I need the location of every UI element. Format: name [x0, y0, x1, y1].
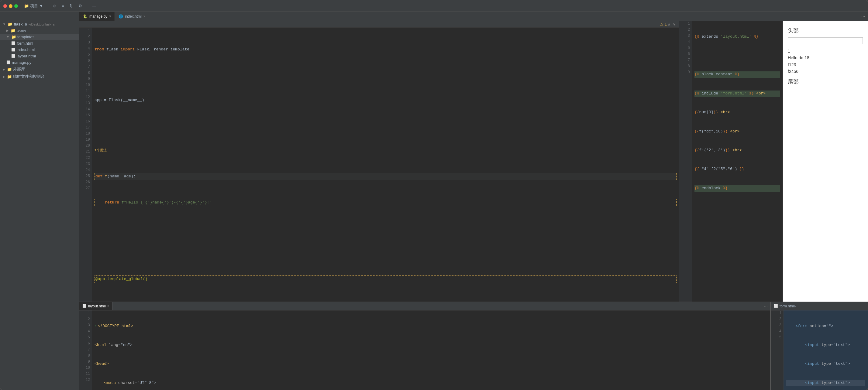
code-line-9: [95, 250, 677, 257]
add-config-button[interactable]: ⊕: [51, 3, 58, 9]
layout-tab-close[interactable]: ×: [107, 304, 109, 308]
sidebar-header-space: [0, 12, 79, 21]
templates-arrow: ▼: [6, 35, 9, 39]
ln6: 6: [81, 58, 90, 64]
ln24: 24: [81, 167, 90, 173]
ln5: 5: [81, 52, 90, 58]
ext-libs-icon: 📁: [7, 67, 12, 72]
code-line-6: def f(name, age):: [95, 173, 677, 181]
tab-manage-py[interactable]: 🐍 manage.py ×: [79, 12, 115, 21]
sidebar-item-index-html[interactable]: ⬜ index.html: [0, 46, 79, 53]
ln22: 22: [81, 155, 90, 161]
ln21: 21: [81, 149, 90, 155]
tab-index-html[interactable]: 🌐 index.html ×: [115, 12, 149, 21]
lln2: 2: [81, 317, 90, 323]
ln1: 1: [81, 28, 90, 34]
sidebar-item-layout-html[interactable]: ⬜ layout.html: [0, 53, 79, 59]
sidebar-item-scratch[interactable]: ▶ 📁 临时文件和控制台: [0, 73, 79, 80]
annotation-1-usage: 1个用法: [95, 148, 107, 153]
form-html-label: form.html: [17, 41, 33, 45]
idx-line-3: {% block content %}: [694, 71, 780, 78]
warning-icon: ⚠: [660, 22, 663, 26]
sidebar-item-manage-py[interactable]: ⬜ manage.py: [0, 59, 79, 66]
fln2: 2: [773, 317, 781, 323]
right-pane: 1 2 3 4 5 6 7 8 9: [679, 21, 868, 302]
preview-line4: f2456: [788, 68, 863, 75]
form-line-3: <input type="text">: [786, 361, 865, 367]
lln3: 3: [81, 323, 90, 329]
index-html-code[interactable]: 1 2 3 4 5 6 7 8 9: [679, 21, 783, 302]
dropdown-arrow: ▼: [39, 4, 43, 8]
sidebar-root[interactable]: ▼ 📁 flask_s ~/Desktop/flask_s: [0, 21, 79, 27]
tab-form-html[interactable]: ⬜ form.html-: [771, 302, 799, 310]
lln9: 9: [81, 359, 90, 365]
ln18: 18: [81, 131, 90, 137]
prev-arrow[interactable]: ∧: [667, 22, 671, 27]
manage-py-icon: ⬜: [6, 60, 11, 64]
ln19: 19: [81, 137, 90, 143]
ln10: 10: [81, 82, 90, 88]
ln13: 13: [81, 101, 90, 107]
code-line-8: [95, 225, 677, 231]
lln5: 5: [81, 335, 90, 341]
manage-py-editor: ⚠ 1 ∧ ∨ 1 2 3 4: [79, 21, 679, 302]
form-line-1: <form action="">: [786, 323, 865, 330]
ext-libs-label: 外部库: [13, 67, 25, 72]
manage-tab-close[interactable]: ×: [109, 14, 111, 18]
templates-label: templates: [17, 35, 34, 39]
bottom-editor-row: ⬜ layout.html × ⋯ 1 2 3 4 5: [79, 302, 868, 390]
templates-folder-icon: 📁: [11, 35, 16, 39]
settings-button[interactable]: ⚙: [76, 3, 84, 9]
lln6: 6: [81, 341, 90, 347]
form-tab-label: form.html-: [780, 304, 796, 308]
sidebar-item-external-libs[interactable]: ▶ 📁 外部库: [0, 66, 79, 73]
iln6: 6: [681, 51, 690, 57]
maximize-button[interactable]: [14, 4, 18, 8]
sidebar-item-venv[interactable]: ▶ 📁 .venv: [0, 27, 79, 34]
nav-arrows: ∧ ∨: [667, 22, 677, 27]
lln10: 10: [81, 365, 90, 371]
root-arrow: ▼: [3, 23, 6, 26]
manage-py-label: manage.py: [12, 60, 31, 65]
folder-icon: 📁: [8, 22, 12, 26]
lln4: 4: [81, 329, 90, 335]
minimize-toolbar[interactable]: —: [90, 3, 98, 9]
preview-header: 头部: [788, 27, 863, 34]
tab-layout-html[interactable]: ⬜ layout.html ×: [79, 302, 113, 310]
layout-tab-more[interactable]: ⋯: [761, 304, 770, 308]
ext-libs-arrow: ▶: [3, 68, 5, 71]
tab-more-button[interactable]: ⋯: [859, 14, 868, 19]
iln4: 4: [681, 39, 690, 45]
minimize-button[interactable]: [9, 4, 12, 8]
ln3: 3: [81, 40, 90, 46]
form-line-2: <input type="text">: [786, 342, 865, 348]
debug-button[interactable]: ⇅: [68, 3, 75, 9]
ln20: 20: [81, 143, 90, 149]
manage-py-code[interactable]: 1 2 3 4 5 6 7 8 9 10 11 12 13: [79, 28, 679, 302]
main-layout: ▼ 📁 flask_s ~/Desktop/flask_s ▶ 📁 .venv …: [0, 21, 868, 390]
code-line-5: 1个用法: [95, 148, 677, 154]
iln8: 8: [681, 63, 690, 70]
next-arrow[interactable]: ∨: [672, 22, 677, 27]
form-file-icon: ⬜: [774, 304, 778, 308]
root-label: flask_s: [14, 22, 27, 26]
preview-input-1[interactable]: [788, 37, 863, 44]
root-path: ~/Desktop/flask_s: [28, 23, 55, 26]
project-menu[interactable]: 📁 项目 ▼: [22, 2, 45, 10]
py-file-icon: 🐍: [83, 14, 88, 19]
sidebar-item-templates[interactable]: ▼ 📁 templates: [0, 34, 79, 40]
index-tab-label: index.html: [125, 14, 142, 19]
warning-count: 1: [665, 22, 667, 26]
run-button[interactable]: ≡: [60, 3, 66, 9]
index-tab-close[interactable]: ×: [144, 14, 145, 18]
toolbar-separator-2: [87, 3, 87, 9]
form-html-code[interactable]: 1 2 3 4 5 <form action=""> <i: [771, 311, 868, 390]
idx-line-5: {{num[0]}} <br>: [694, 109, 780, 116]
close-button[interactable]: [3, 4, 7, 8]
main-tab-bar: 🐍 manage.py × 🌐 index.html × ⋯: [0, 12, 868, 21]
layout-html-code[interactable]: 1 2 3 4 5 6 7 8 9 10 11 12: [79, 311, 770, 390]
ln7: 7: [81, 64, 90, 70]
manage-tab-label: manage.py: [89, 14, 107, 19]
sidebar-item-form-html[interactable]: ⬜ form.html: [0, 40, 79, 46]
fln1: 1: [773, 311, 781, 317]
